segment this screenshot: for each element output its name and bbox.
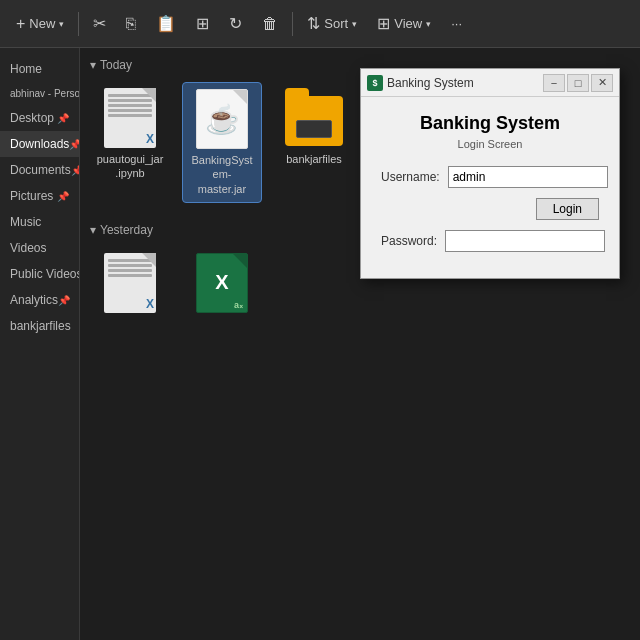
sidebar-item-bankjarfiles[interactable]: bankjarfiles xyxy=(0,313,79,339)
view-icon: ⊞ xyxy=(377,14,390,33)
doc2-shape: X xyxy=(104,253,156,313)
xlsx-shape: X aₓ xyxy=(196,253,248,313)
delete-button[interactable]: 🗑 xyxy=(254,11,286,37)
xlsx-label: X xyxy=(215,271,228,294)
pin-icon-pictures: 📌 xyxy=(57,191,69,202)
more-label: ··· xyxy=(451,16,462,31)
login-button[interactable]: Login xyxy=(536,198,599,220)
doc2-line4 xyxy=(108,274,152,277)
separator2 xyxy=(292,12,293,36)
sidebar-label-desktop: Desktop xyxy=(10,111,54,125)
dialog-minimize-button[interactable]: − xyxy=(543,74,565,92)
maximize-label: □ xyxy=(575,77,582,89)
java-logo: ☕ xyxy=(205,103,240,136)
paste-icon: 📋 xyxy=(156,14,176,33)
dialog-title-text: Banking System xyxy=(387,76,474,90)
sidebar-label-analytics: Analytics xyxy=(10,293,58,307)
sidebar-item-music[interactable]: Music xyxy=(0,209,79,235)
doc2-line2 xyxy=(108,264,152,267)
sidebar-item-videos[interactable]: Videos xyxy=(0,235,79,261)
yesterday-label: Yesterday xyxy=(100,223,153,237)
cut-button[interactable]: ✂ xyxy=(85,10,114,37)
more-button[interactable]: ··· xyxy=(443,12,470,35)
paste-button[interactable]: 📋 xyxy=(148,10,184,37)
pin-icon-desktop: 📌 xyxy=(57,113,69,124)
pin-icon-downloads: 📌 xyxy=(69,139,80,150)
copy2-icon: ⊞ xyxy=(196,14,209,33)
copy-button[interactable]: ⎘ xyxy=(118,11,144,37)
dialog-controls: − □ ✕ xyxy=(543,74,613,92)
sidebar-item-public-videos[interactable]: Public Videos 📌 xyxy=(0,261,79,287)
new-icon: + xyxy=(16,15,25,33)
file-name-jar: BankingSystem-master.jar xyxy=(189,153,255,196)
sort-button[interactable]: ⇅ Sort ▾ xyxy=(299,10,365,37)
yesterday-chevron: ▾ xyxy=(90,223,96,237)
password-label: Password: xyxy=(381,234,437,248)
file-item-notebook[interactable]: X puautogui_jar.ipynb xyxy=(90,82,170,203)
login-button-row: Login xyxy=(381,198,599,220)
new-button[interactable]: + New ▾ xyxy=(8,11,72,37)
sidebar-label-home: Home xyxy=(10,62,42,76)
folder-shape xyxy=(285,96,343,146)
view-label: View xyxy=(394,16,422,31)
sidebar-item-personal[interactable]: abhinav - Personal xyxy=(0,82,79,105)
rename-button[interactable]: ↻ xyxy=(221,10,250,37)
file-item-doc[interactable]: X xyxy=(90,247,170,323)
sidebar-item-desktop[interactable]: Desktop 📌 xyxy=(0,105,79,131)
python-badge2: X xyxy=(146,297,154,311)
sort-icon: ⇅ xyxy=(307,14,320,33)
chevron-icon: ▾ xyxy=(59,19,64,29)
sidebar-item-pictures[interactable]: Pictures 📌 xyxy=(0,183,79,209)
dialog-maximize-button[interactable]: □ xyxy=(567,74,589,92)
file-name-notebook: puautogui_jar.ipynb xyxy=(96,152,164,181)
banking-dialog: $ Banking System − □ ✕ Banking System xyxy=(360,68,620,279)
view-button[interactable]: ⊞ View ▾ xyxy=(369,10,439,37)
python-badge: X xyxy=(146,132,154,146)
username-input[interactable] xyxy=(448,166,608,188)
file-icon-doc: X xyxy=(100,253,160,313)
dialog-titlebar: $ Banking System − □ ✕ xyxy=(361,69,619,97)
doc-line5 xyxy=(108,114,152,117)
sidebar-item-documents[interactable]: Documents 📌 xyxy=(0,157,79,183)
dialog-title-left: $ Banking System xyxy=(367,75,474,91)
sidebar-label-music: Music xyxy=(10,215,41,229)
password-input[interactable] xyxy=(445,230,605,252)
file-item-xlsx[interactable]: X aₓ xyxy=(182,247,262,323)
dialog-body: Banking System Login Screen Username: Lo… xyxy=(361,97,619,278)
sidebar-item-downloads[interactable]: Downloads 📌 xyxy=(0,131,79,157)
sidebar-label-documents: Documents xyxy=(10,163,71,177)
doc-line3 xyxy=(108,104,152,107)
sidebar-item-home[interactable]: Home xyxy=(0,56,79,82)
sort-chevron: ▾ xyxy=(352,19,357,29)
delete-icon: 🗑 xyxy=(262,15,278,33)
sidebar: Home abhinav - Personal Desktop 📌 Downlo… xyxy=(0,48,80,640)
dialog-app-title: Banking System xyxy=(381,113,599,134)
minimize-label: − xyxy=(551,77,557,89)
sidebar-label-personal: abhinav - Personal xyxy=(10,88,80,99)
doc-line2 xyxy=(108,99,152,102)
sidebar-label-videos: Videos xyxy=(10,241,46,255)
dialog-close-button[interactable]: ✕ xyxy=(591,74,613,92)
sidebar-item-analytics[interactable]: Analytics 📌 xyxy=(0,287,79,313)
today-chevron: ▾ xyxy=(90,58,96,72)
file-item-folder[interactable]: bankjarfiles xyxy=(274,82,354,203)
sort-label: Sort xyxy=(324,16,348,31)
file-name-folder: bankjarfiles xyxy=(286,152,342,166)
dialog-app-icon: $ xyxy=(367,75,383,91)
close-label: ✕ xyxy=(598,76,607,89)
rename-icon: ↻ xyxy=(229,14,242,33)
sidebar-label-bankjarfiles: bankjarfiles xyxy=(10,319,71,333)
file-item-jar[interactable]: ☕ BankingSystem-master.jar xyxy=(182,82,262,203)
password-field-row: Password: xyxy=(381,230,599,252)
doc-line1 xyxy=(108,94,152,97)
xlsx-sub: aₓ xyxy=(234,300,243,310)
username-field-row: Username: xyxy=(381,166,599,188)
login-label: Login xyxy=(553,202,582,216)
new-label: New xyxy=(29,16,55,31)
copy2-button[interactable]: ⊞ xyxy=(188,10,217,37)
copy-icon: ⎘ xyxy=(126,15,136,33)
doc2-line3 xyxy=(108,269,152,272)
sidebar-label-pictures: Pictures xyxy=(10,189,53,203)
file-icon-jar: ☕ xyxy=(192,89,252,149)
pin-icon-documents: 📌 xyxy=(71,165,80,176)
